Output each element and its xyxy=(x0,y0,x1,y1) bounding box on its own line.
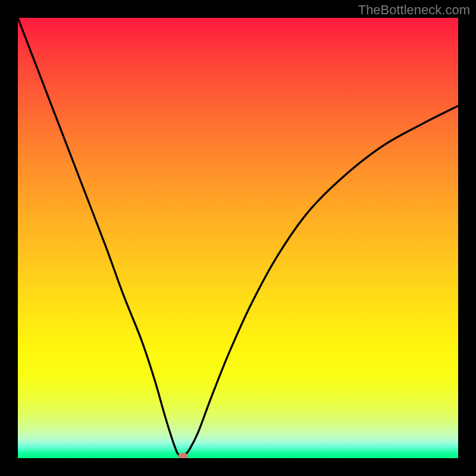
plot-area xyxy=(18,18,458,458)
line-series xyxy=(18,18,458,458)
chart-frame: TheBottleneck.com xyxy=(0,0,476,476)
watermark-text: TheBottleneck.com xyxy=(358,2,470,18)
bottleneck-curve xyxy=(18,18,458,457)
